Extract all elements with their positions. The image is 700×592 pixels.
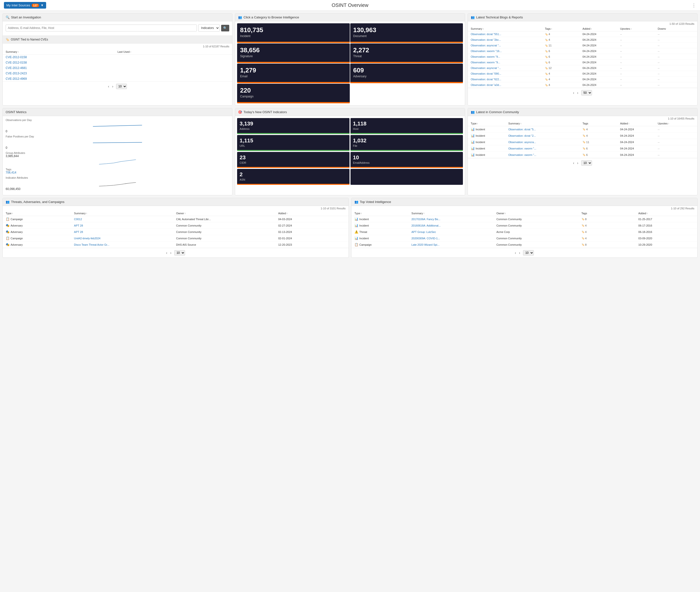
community-page-size-select[interactable]: 10 [581, 160, 592, 166]
table-row: ⚠️Threat APT Group: LulzSec Acme Corp 🏷️… [351, 229, 697, 235]
community-prev-button[interactable]: ‹ [573, 161, 574, 165]
tac-next-button[interactable]: › [170, 251, 171, 255]
cve-link[interactable]: CVE-2012-4681 [6, 66, 117, 70]
blogs-page-size-select[interactable]: 50 [581, 90, 592, 95]
blog-link[interactable]: Observation: asyncrat "... [471, 66, 544, 69]
indicator-card[interactable]: 1,118Host [350, 118, 463, 134]
table-row: Observation: xworm "9... 🏷️6 04-24-2024 … [468, 54, 697, 60]
type-label: Adversary [10, 224, 23, 227]
indicator-card[interactable]: 3,139Address [237, 118, 350, 134]
category-card[interactable]: 1,279Email [237, 63, 350, 83]
summary-link[interactable]: Late 2020 Wizard Spi... [411, 243, 495, 246]
upvotes: -- [620, 61, 657, 64]
cve-page-size-select[interactable]: 10 [116, 84, 127, 89]
blog-link[interactable]: Observation: dcrat "a3d... [471, 84, 544, 86]
cve-link[interactable]: CVE-2012-4969 [6, 77, 117, 81]
voted-prev-button[interactable]: ‹ [515, 251, 516, 255]
summary-link[interactable]: 20170106A: Fancy Be... [411, 218, 495, 220]
blogs-col-downvotes: Downv [658, 27, 666, 30]
tags-value[interactable]: 706,414 [6, 171, 16, 174]
indicator-number: 23 [240, 154, 347, 161]
indicator-card[interactable]: 1,115URL [237, 135, 350, 151]
summary-link[interactable]: APT 28 [74, 224, 175, 227]
tags-item: Tags 706,414 [6, 168, 229, 174]
tag-icon: 🏷️ [545, 33, 548, 36]
indicator-card[interactable]: 1,032File [350, 135, 463, 151]
type-cell: 📊Incident [471, 153, 507, 157]
indicator-bar [237, 133, 350, 134]
category-label: Document [353, 34, 460, 38]
header-menu-icon[interactable]: ⋮ [692, 3, 696, 8]
last-used-value [117, 77, 230, 81]
voted-page-size-select[interactable]: 10 [523, 250, 534, 255]
category-card[interactable]: 810,735Incident [237, 23, 350, 43]
category-card[interactable]: 130,963Document [350, 23, 463, 43]
summary-link[interactable]: Observation: dcrat "5... [508, 128, 582, 131]
tag-badge: 🏷️8 [582, 243, 637, 246]
cve-link[interactable]: CVE-2012-0158 [6, 55, 117, 59]
tag-badge: 🏷️4 [545, 78, 582, 81]
list-item: CVE-2013-2423 [3, 71, 232, 76]
search-input[interactable] [6, 24, 197, 32]
upvotes: -- [620, 78, 657, 81]
summary-link[interactable]: C0012 [74, 218, 175, 220]
blog-link[interactable]: Observation: xworm "9... [471, 61, 544, 64]
category-card[interactable]: 2,272Threat [350, 43, 463, 63]
category-card[interactable]: 220Campaign [237, 84, 350, 103]
summary-link[interactable]: Disco Team Threat Actor Gr... [74, 243, 175, 246]
cve-results-count: 1-10 of 62187 Results [203, 45, 230, 48]
type-icon: 📋 [6, 236, 10, 240]
indicator-card[interactable]: 2ASN [237, 169, 350, 185]
tag-icon: 🏷️ [545, 84, 548, 86]
downvotes: -- [658, 38, 694, 41]
blog-link[interactable]: Observation: asyncrat "... [471, 44, 544, 47]
summary-link[interactable]: Observation: xworm "... [508, 153, 582, 156]
tac-page-size-select[interactable]: 10 [174, 250, 185, 255]
blog-link[interactable]: Observation: dcrat "622... [471, 78, 544, 81]
search-type-select[interactable]: Indicators [198, 24, 220, 32]
summary-link[interactable]: APT Group: LulzSec [411, 231, 495, 234]
category-card[interactable]: 38,656Signature [237, 43, 350, 63]
blog-link[interactable]: Observation: dcrat "551... [471, 33, 544, 36]
indicator-card[interactable]: 10EmailAddress [350, 152, 463, 168]
summary-link[interactable]: Unit42-timely-feb2024 [74, 237, 175, 240]
blog-link[interactable]: Observation: xworm "16... [471, 50, 544, 53]
summary-link[interactable]: Observation: dcrat "2... [508, 134, 582, 137]
blog-link[interactable]: Observation: xworm "9... [471, 55, 544, 58]
cve-next-button[interactable]: › [112, 85, 113, 88]
downvotes: -- [658, 33, 694, 36]
type-label: Incident [476, 153, 485, 156]
date-added: 04-24-2024 [620, 153, 657, 156]
tag-badge: 🏷️6 [545, 61, 582, 64]
voted-next-button[interactable]: › [519, 251, 520, 255]
blogs-prev-button[interactable]: ‹ [573, 91, 574, 95]
tag-icon: 🏷️ [582, 231, 585, 233]
category-bar [350, 42, 463, 43]
search-button[interactable]: 🔍 [221, 25, 229, 32]
summary-link[interactable]: APT 28 [74, 231, 175, 234]
intel-sources-badge: 127 [32, 4, 39, 7]
date-added: 04-24-2024 [583, 38, 619, 41]
blog-link[interactable]: Observation: dcrat "090... [471, 72, 544, 75]
intel-sources-button[interactable]: My Intel Sources 127 ▼ [4, 2, 46, 9]
cve-link[interactable]: CVE-2013-2423 [6, 72, 117, 75]
community-next-button[interactable]: › [577, 161, 578, 165]
downvotes: -- [658, 84, 694, 86]
sort-icon: ↕ [477, 122, 479, 125]
blog-link[interactable]: Observation: dcrat "2bc... [471, 38, 544, 41]
indicator-card[interactable]: 23CIDR [237, 152, 350, 168]
type-icon: 📋 [354, 243, 358, 246]
summary-link[interactable]: 20160616A: Additional... [411, 224, 495, 227]
summary-link[interactable]: Observation: xworm "... [508, 147, 582, 150]
category-card[interactable]: 609Adversary [350, 63, 463, 83]
summary-link[interactable]: Observation: asyncra... [508, 141, 582, 144]
voted-title: Top Voted Intelligence [360, 200, 391, 204]
tac-prev-button[interactable]: ‹ [166, 251, 167, 255]
tag-count: 6 [549, 50, 550, 53]
type-cell: 🎭Adversary [6, 230, 73, 234]
cve-link[interactable]: CVE-2012-0158 [6, 61, 117, 64]
type-cell: 🎭Adversary [6, 224, 73, 227]
cve-prev-button[interactable]: ‹ [108, 85, 109, 88]
summary-link[interactable]: 20200309A: COVID-1... [411, 237, 495, 240]
blogs-next-button[interactable]: › [577, 91, 578, 95]
